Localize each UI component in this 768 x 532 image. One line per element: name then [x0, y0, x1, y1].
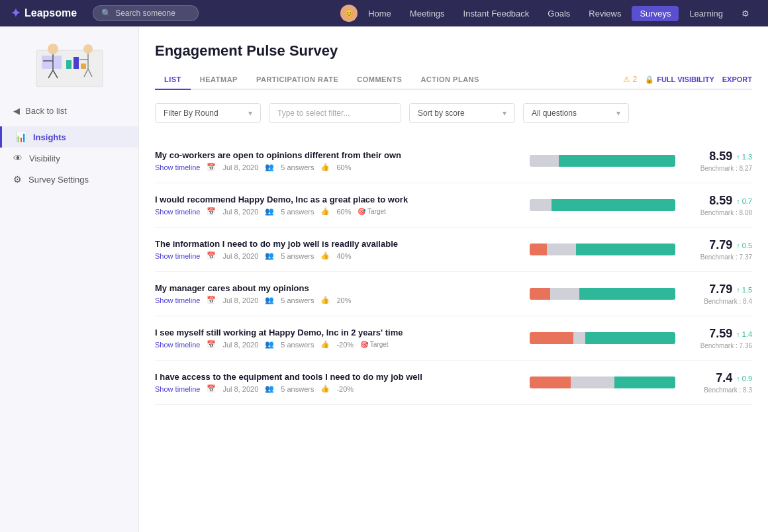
score-row: 7.4 ↑ 0.9: [686, 371, 752, 385]
bar-red: [530, 377, 571, 388]
thumb-icon: 👍: [320, 384, 330, 393]
alert-badge[interactable]: ⚠ 2: [623, 75, 638, 84]
thumb-icon: 👍: [320, 207, 330, 216]
app-logo[interactable]: ✦ Leapsome: [11, 6, 77, 21]
thumb-icon: 👍: [320, 251, 330, 260]
settings-icon[interactable]: ⚙: [734, 6, 757, 21]
score-bar: [530, 244, 675, 255]
topnav-links: 😊 Home Meetings Instant Feedback Goals R…: [340, 5, 757, 22]
thumb-icon: 👍: [320, 296, 330, 304]
filter-by-round[interactable]: Filter By Round ▾: [155, 103, 261, 123]
nav-goals[interactable]: Goals: [540, 6, 578, 21]
score-block: 7.4 ↑ 0.9 Benchmark : 8.3: [686, 371, 752, 394]
question-answers: 5 answers: [281, 163, 314, 171]
back-to-list[interactable]: ◀ Back to list: [0, 101, 138, 121]
svg-rect-2: [66, 60, 72, 69]
table-row: I have access to the equipment and tools…: [155, 361, 752, 405]
back-label: Back to list: [25, 106, 67, 116]
question-answers: 5 answers: [281, 296, 314, 304]
score-row: 7.79 ↑ 0.5: [686, 238, 752, 252]
sidebar-item-survey-settings[interactable]: ⚙ Survey Settings: [0, 169, 138, 190]
change-value: 0.5: [742, 242, 752, 249]
sidebar: ◀ Back to list 📊 Insights 👁 Visibility ⚙…: [0, 26, 139, 532]
search-placeholder-text: Search someone: [115, 9, 175, 18]
page-title: Engagement Pulse Survey: [155, 42, 752, 60]
logo-icon: ✦: [11, 6, 21, 21]
search-bar[interactable]: 🔍 Search someone: [93, 5, 199, 21]
nav-surveys[interactable]: Surveys: [632, 6, 679, 21]
nav-reviews[interactable]: Reviews: [581, 6, 629, 21]
sidebar-settings-label: Survey Settings: [28, 175, 89, 185]
nav-learning[interactable]: Learning: [681, 6, 731, 21]
change-arrow-icon: ↑: [736, 286, 740, 294]
show-timeline-link[interactable]: Show timeline: [155, 296, 200, 304]
bar-red: [530, 244, 547, 255]
all-questions[interactable]: All questions ▾: [523, 103, 629, 123]
change-arrow-icon: ↑: [736, 375, 740, 382]
chevron-down-icon-sort: ▾: [503, 109, 506, 118]
insights-icon: 📊: [15, 132, 26, 142]
user-avatar[interactable]: 😊: [340, 5, 358, 22]
change-arrow-icon: ↑: [736, 197, 740, 205]
group-icon: 👥: [265, 207, 274, 216]
export-button[interactable]: EXPORT: [722, 75, 752, 83]
sidebar-item-insights[interactable]: 📊 Insights: [0, 126, 138, 148]
score-value: 7.4: [716, 371, 732, 385]
question-text: I have access to the equipment and tools…: [155, 372, 519, 382]
svg-rect-3: [73, 57, 79, 69]
thumb-icon: 👍: [320, 163, 330, 171]
full-visibility-button[interactable]: 🔒 FULL VISIBILITY: [645, 75, 714, 84]
show-timeline-link[interactable]: Show timeline: [155, 163, 200, 171]
score-change: ↑ 1.4: [736, 330, 752, 338]
filter-type-input[interactable]: Type to select filter...: [269, 103, 401, 123]
tab-heatmap[interactable]: HEATMAP: [191, 70, 247, 90]
show-timeline-link[interactable]: Show timeline: [155, 385, 200, 393]
tab-action-plans[interactable]: ACTION PLANS: [411, 70, 489, 90]
bar-teal: [552, 199, 675, 211]
change-arrow-icon: ↑: [736, 242, 740, 249]
score-change: ↑ 0.5: [736, 242, 752, 249]
question-pct: -20%: [336, 341, 354, 349]
nav-meetings[interactable]: Meetings: [402, 6, 453, 21]
question-pct: -20%: [336, 385, 354, 393]
show-timeline-link[interactable]: Show timeline: [155, 208, 200, 216]
score-bar: [530, 332, 675, 344]
question-content: The information I need to do my job well…: [155, 239, 519, 260]
tab-comments[interactable]: COMMENTS: [348, 70, 411, 90]
table-row: My co-workers are open to opinions diffe…: [155, 139, 752, 183]
benchmark-text: Benchmark : 8.27: [686, 165, 752, 172]
calendar-icon: 📅: [207, 207, 216, 216]
tab-list[interactable]: LIST: [155, 70, 191, 90]
question-meta: Show timeline 📅 Jul 8, 2020 👥 5 answers …: [155, 207, 519, 216]
sidebar-visibility-label: Visibility: [29, 154, 60, 163]
nav-instant-feedback[interactable]: Instant Feedback: [456, 6, 538, 21]
show-timeline-link[interactable]: Show timeline: [155, 341, 200, 349]
score-row: 7.79 ↑ 1.5: [686, 283, 752, 296]
sort-by-score[interactable]: Sort by score ▾: [409, 103, 515, 123]
questions-label: All questions: [532, 109, 577, 118]
tab-participation-rate[interactable]: PARTICIPATION RATE: [247, 70, 348, 90]
question-date: Jul 8, 2020: [222, 296, 258, 304]
svg-point-5: [48, 44, 58, 54]
question-meta: Show timeline 📅 Jul 8, 2020 👥 5 answers …: [155, 384, 519, 393]
question-answers: 5 answers: [281, 341, 314, 349]
nav-home[interactable]: Home: [360, 6, 399, 21]
group-icon: 👥: [265, 163, 274, 171]
show-timeline-link[interactable]: Show timeline: [155, 252, 200, 260]
question-meta: Show timeline 📅 Jul 8, 2020 👥 5 answers …: [155, 251, 519, 260]
calendar-icon: 📅: [207, 163, 216, 171]
change-value: 0.9: [742, 375, 752, 382]
calendar-icon: 📅: [207, 296, 216, 304]
benchmark-text: Benchmark : 8.3: [686, 386, 752, 394]
benchmark-text: Benchmark : 8.08: [686, 209, 752, 216]
alert-icon: ⚠: [623, 75, 630, 84]
score-change: ↑ 1.3: [736, 153, 752, 161]
score-block: 7.59 ↑ 1.4 Benchmark : 7.36: [686, 327, 752, 349]
bar-gray: [550, 288, 579, 300]
score-bar: [530, 377, 675, 388]
score-change: ↑ 0.9: [736, 375, 752, 382]
sidebar-item-visibility[interactable]: 👁 Visibility: [0, 148, 138, 169]
app-name: Leapsome: [24, 7, 77, 19]
svg-rect-4: [81, 64, 86, 69]
topnav: ✦ Leapsome 🔍 Search someone 😊 Home Meeti…: [0, 0, 768, 26]
